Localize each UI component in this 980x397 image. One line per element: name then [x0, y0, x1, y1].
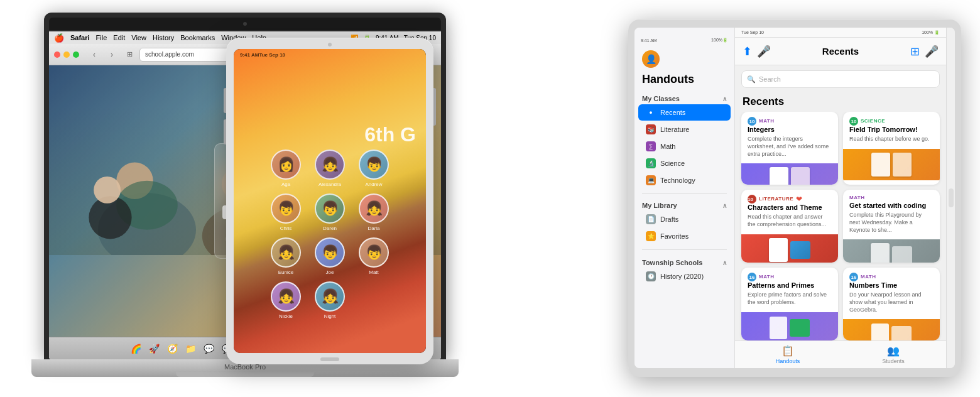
minimize-button[interactable] [63, 52, 70, 58]
card-coding-desc: Complete this Playground by next Wednesd… [849, 212, 934, 234]
handout-card-numbers[interactable]: 16 MATH Numbers Time Do your Nearpod les… [843, 268, 940, 340]
sidebar-item-drafts[interactable]: 📄 Drafts [638, 211, 731, 227]
sidebar-item-favorites[interactable]: ⭐ Favorites [638, 228, 731, 244]
ipad-middle-frame: 9:41 AM Tue Sep 10 6th Grade 👩 Aga 👧 [226, 38, 433, 364]
sidebar-item-recents[interactable]: ● Recents [638, 104, 731, 121]
apple-menu-icon[interactable]: 🍎 [54, 33, 64, 43]
student-alexandra[interactable]: 👧 Alexandra [311, 150, 349, 187]
dock-contacts[interactable]: 📁 [182, 340, 199, 357]
ipad-middle-home-button[interactable] [320, 357, 339, 361]
student-daren-photo: 👦 [315, 193, 345, 224]
my-library-section[interactable]: My Library ∧ [634, 199, 734, 210]
history-label: History (2020) [660, 273, 704, 280]
card-fieldtrip-header: 10 SCIENCE Field Trip Tomorrow! Read thi… [843, 112, 940, 149]
student-eunice[interactable]: 👧 Eunice [267, 237, 305, 275]
ipad-middle-camera [328, 43, 332, 46]
literature-label: Literature [660, 126, 689, 133]
handouts-topbar: ⬆ 🎤 Recents ⊞ 🎤 [735, 38, 946, 65]
dock-messages[interactable]: 💬 [200, 340, 217, 357]
mic-icon-right[interactable]: 🎤 [925, 45, 939, 58]
menu-file[interactable]: File [96, 34, 107, 41]
my-classes-section[interactable]: My Classes ∧ [634, 92, 734, 104]
literature-icon: 📚 [646, 124, 656, 134]
zoom-button[interactable] [73, 52, 79, 58]
my-library-label: My Library [642, 202, 677, 209]
student-night[interactable]: 👧 Night [311, 281, 349, 319]
drafts-icon: 📄 [646, 214, 656, 224]
card-coding-subject: MATH [849, 195, 934, 200]
handouts-main: Tue Sep 10 100% 🔋 ⬆ 🎤 Recents ⊞ [735, 28, 946, 368]
share-icon[interactable]: ⬆ [743, 45, 752, 58]
close-button[interactable] [54, 52, 60, 58]
sidebar-item-science[interactable]: 🔬 Science [638, 155, 731, 171]
drafts-label: Drafts [660, 215, 678, 223]
tab-students[interactable]: 👥 Students [841, 345, 946, 364]
card-fieldtrip-desc: Read this chapter before we go. [849, 136, 934, 143]
search-bar[interactable]: 🔍 Search [741, 70, 940, 88]
student-darla[interactable]: 👧 Darla [355, 193, 393, 231]
handout-card-coding[interactable]: MATH Get started with coding Complete th… [843, 190, 940, 263]
sidebar-item-math[interactable]: ∑ Math [638, 138, 731, 155]
preview-doc-12 [891, 326, 912, 340]
student-joe[interactable]: 👦 Joe [311, 237, 349, 275]
back-button[interactable]: ‹ [87, 48, 102, 61]
card-fieldtrip-footer: READY FOR REVIEW ··· [843, 180, 940, 185]
sidebar-statusbar: 9:41 AM 100%🔋 [634, 35, 734, 45]
township-section[interactable]: Township Schools ∧ [634, 255, 734, 268]
card-characters-preview [741, 234, 838, 263]
dock-finder[interactable]: 🌈 [128, 340, 144, 357]
sidebar-item-history[interactable]: 🕐 History (2020) [638, 268, 731, 285]
preview-doc-1 [770, 167, 788, 185]
topbar-title: Recents [771, 46, 910, 57]
student-aga-photo: 👩 [271, 150, 301, 180]
handout-card-fieldtrip[interactable]: 10 SCIENCE Field Trip Tomorrow! Read thi… [843, 112, 940, 185]
dock-safari[interactable]: 🧭 [164, 340, 180, 357]
card-integers-desc: Complete the integers worksheet, and I'v… [748, 136, 832, 158]
menu-history[interactable]: History [153, 34, 174, 41]
student-darla-photo: 👧 [359, 193, 389, 224]
menu-safari[interactable]: Safari [70, 34, 90, 41]
student-daren[interactable]: 👦 Daren [311, 193, 349, 231]
menu-view[interactable]: View [131, 34, 146, 41]
student-chris[interactable]: 👦 Chris [267, 193, 305, 231]
handouts-sidebar: 9:41 AM 100%🔋 👤 Handouts My Classes ∧ [634, 28, 735, 368]
sidebar-battery: 100%🔋 [711, 38, 728, 43]
handout-card-integers[interactable]: 10 MATH Integers Complete the integers w… [741, 112, 838, 185]
forward-button[interactable]: › [104, 48, 119, 61]
handouts-app-title: Handouts [634, 73, 734, 86]
tab-handouts[interactable]: 📋 Handouts [735, 345, 841, 364]
student-andrew[interactable]: 👦 Andrew [355, 150, 393, 187]
student-nickie-name: Nickie [279, 313, 293, 319]
power-button[interactable] [433, 88, 436, 126]
scroll-indicator [949, 188, 954, 207]
card-fieldtrip-badge: 10 [849, 117, 858, 126]
handout-card-characters[interactable]: 10 LITERATURE ❤ Characters and Theme Rea… [741, 190, 838, 263]
student-matt-photo: 👦 [359, 237, 389, 268]
student-matt[interactable]: 👦 Matt [355, 237, 393, 275]
student-chris-photo: 👦 [271, 193, 301, 224]
tabs-button[interactable]: ⊞ [123, 48, 136, 61]
card-patterns-desc: Explore prime factors and solve the word… [748, 291, 832, 306]
preview-doc-5 [769, 238, 788, 262]
card-fieldtrip-more[interactable]: ··· [926, 183, 934, 185]
student-aga[interactable]: 👩 Aga [267, 150, 305, 187]
user-avatar[interactable]: 👤 [642, 50, 660, 68]
student-matt-name: Matt [369, 269, 379, 275]
menu-edit[interactable]: Edit [113, 34, 125, 41]
card-characters-desc: Read this chapter and answer the compreh… [748, 214, 832, 228]
scene: 🍎 Safari File Edit View History Bookmark… [0, 0, 980, 397]
student-nickie[interactable]: 👧 Nickie [267, 281, 305, 319]
dock-launchpad[interactable]: 🚀 [146, 340, 162, 357]
grid-view-icon[interactable]: ⊞ [910, 45, 920, 58]
menu-bookmarks[interactable]: Bookmarks [180, 34, 215, 41]
card-integers-subject: MATH [759, 118, 775, 124]
main-time: Tue Sep 10 [741, 30, 764, 35]
handout-card-patterns[interactable]: 16 MATH Patterns and Primes Explore prim… [741, 268, 838, 340]
sidebar-item-technology[interactable]: 💻 Technology [638, 172, 731, 188]
mic-icon[interactable]: 🎤 [757, 45, 771, 58]
card-patterns-preview [741, 312, 838, 340]
sidebar-item-literature[interactable]: 📚 Literature [638, 121, 731, 138]
history-icon: 🕐 [646, 271, 656, 281]
sidebar-divider-1 [642, 193, 727, 194]
recents-icon: ● [646, 107, 656, 117]
